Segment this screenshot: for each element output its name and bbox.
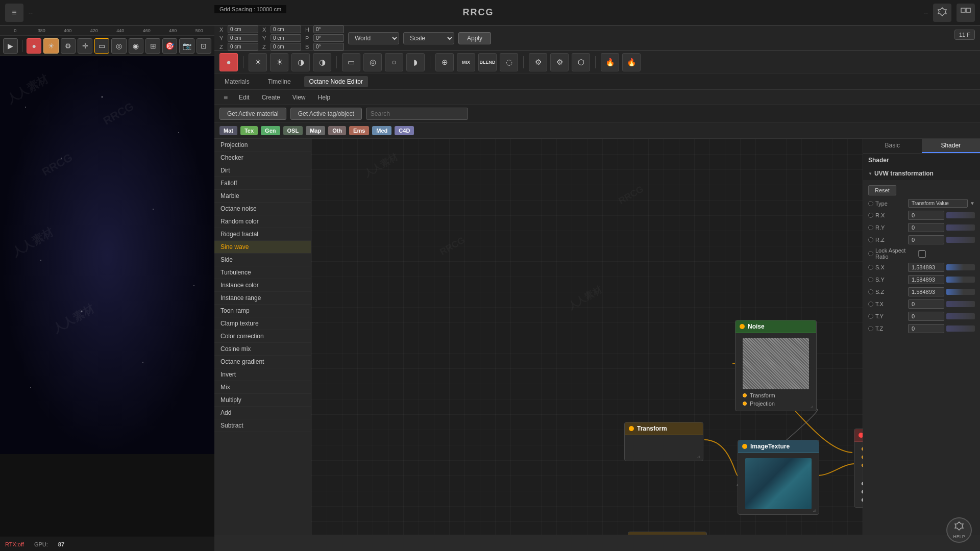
scale-dropdown[interactable]: Scale Move Rotate [403,32,454,44]
node-noise[interactable]: Noise Transform Projection ⊿ [735,320,817,411]
shader-multiply[interactable]: Multiply [214,394,311,407]
shader-falloff[interactable]: Falloff [214,177,311,190]
tab-materials[interactable]: Materials [219,76,255,87]
type-radio[interactable] [868,201,873,206]
shader-toon-ramp[interactable]: Toon ramp [214,305,311,317]
ry-input[interactable] [908,223,944,232]
camera-btn[interactable]: 📷 [179,38,194,54]
type-arrow[interactable]: ▼ [970,201,975,206]
shader-cosine-mix[interactable]: Cosine mix [214,343,311,356]
menu-create[interactable]: Create [257,92,285,103]
shader-instance-range[interactable]: Instance range [214,292,311,305]
blend-label-icon[interactable]: BLEND [478,53,497,71]
rx-input[interactable] [908,211,944,220]
tz-radio[interactable] [868,326,873,331]
filter-mat[interactable]: Mat [219,126,237,135]
shader-marble[interactable]: Marble [214,190,311,203]
y-input-left[interactable] [228,34,258,42]
z-input-right[interactable] [271,43,301,51]
shader-mix[interactable]: Mix [214,381,311,394]
blend-icon[interactable]: ⊕ [435,53,454,71]
image-texture-resize[interactable]: ⊿ [813,508,818,513]
rz-radio[interactable] [868,237,873,242]
apply-button[interactable]: Apply [458,32,491,44]
reset-button[interactable]: Reset [868,185,896,195]
filter-map[interactable]: Map [306,126,325,135]
shader-add[interactable]: Add [214,407,311,419]
material-icon[interactable]: ● [219,53,238,71]
node-editor[interactable]: 人人素材 RRCG 人人素材 RRCG Noise [311,139,863,535]
shader-instance-color[interactable]: Instance color [214,279,311,292]
node-transform2[interactable]: Transform ⊿ [628,532,707,535]
filter-osl[interactable]: OSL [283,126,303,135]
search-input[interactable] [366,108,468,120]
sz-radio[interactable] [868,289,873,294]
top-icon-1[interactable] [933,4,951,22]
get-active-tag-btn[interactable]: Get Active tag/object [290,108,362,120]
ty-radio[interactable] [868,314,873,319]
h-input[interactable] [313,26,344,33]
tx-input[interactable] [908,299,944,309]
menu-edit[interactable]: Edit [234,92,255,103]
node-mix-texture[interactable]: MixTexture Amount Texture1 Texture2 [854,429,863,508]
shader-side[interactable]: Side [214,254,311,266]
tz-input[interactable] [908,324,944,333]
snap-btn[interactable]: 🎯 [162,38,177,54]
transform1-resize[interactable]: ⊿ [697,455,702,460]
node-transform1[interactable]: Transform ⊿ [624,422,703,461]
x-input-right[interactable] [271,26,301,33]
shader-dirt[interactable]: Dirt [214,164,311,177]
tab-octane-node-editor[interactable]: Octane Node Editor [304,76,368,87]
menu-help[interactable]: Help [313,92,336,103]
shader-invert[interactable]: Invert [214,368,311,381]
layers-btn[interactable]: ⊡ [197,38,211,54]
help-button[interactable]: HELP [946,517,972,535]
shader-checker[interactable]: Checker [214,152,311,164]
ry-radio[interactable] [868,225,873,230]
rx-radio[interactable] [868,213,873,218]
menu-view[interactable]: View [287,92,311,103]
shader-clamp-texture[interactable]: Clamp texture [214,317,311,330]
lock-aspect-checkbox[interactable] [919,251,926,258]
fire-icon-2[interactable]: 🔥 [622,53,641,71]
b-input[interactable] [313,43,344,51]
shader-sine-wave[interactable]: Sine wave [214,241,311,254]
hex-icon[interactable]: ⬡ [572,53,590,71]
shader-subtract[interactable]: Subtract [214,419,311,432]
filter-gen[interactable]: Gen [261,126,280,135]
half-sphere-icon[interactable]: ◗ [406,53,425,71]
grid-btn[interactable]: ⊞ [145,38,160,54]
move-btn[interactable]: ✛ [78,38,92,54]
lock-radio[interactable] [868,251,873,256]
right-tab-basic[interactable]: Basic [863,139,922,153]
sz-input[interactable] [908,287,944,296]
right-tab-shader[interactable]: Shader [922,139,981,153]
world-dropdown[interactable]: World Object Local [348,32,399,44]
select-btn[interactable]: ▭ [94,38,109,54]
gear-small-icon[interactable]: ⚙ [529,53,547,71]
node-image-texture[interactable]: ImageTexture ⊿ [738,440,819,515]
filter-oth[interactable]: Oth [328,126,346,135]
half-circle-2-icon[interactable]: ◑ [313,53,331,71]
filter-tex[interactable]: Tex [240,126,258,135]
tx-radio[interactable] [868,302,873,307]
settings-btn[interactable]: ⚙ [61,38,76,54]
fire-icon-1[interactable]: 🔥 [601,53,619,71]
shader-octane-gradient[interactable]: Octane gradient [214,356,311,368]
tab-timeline[interactable]: Timeline [263,76,296,87]
transform-btn[interactable]: ☀ [43,38,58,54]
frame-indicator[interactable]: 11 F [954,30,975,40]
filter-c4d[interactable]: C4D [395,126,414,135]
z-input-left[interactable] [228,43,258,51]
hamburger-icon[interactable]: ≡ [219,91,232,104]
sun-icon-1[interactable]: ☀ [249,53,267,71]
shader-ridged-fractal[interactable]: Ridged fractal [214,228,311,241]
shader-turbulence[interactable]: Turbulence [214,266,311,279]
get-active-material-btn[interactable]: Get Active material [219,108,286,120]
sy-input[interactable] [908,275,944,284]
sx-input[interactable] [908,263,944,272]
shader-color-correction[interactable]: Color correction [214,330,311,343]
menu-icon[interactable]: ≡ [5,4,23,22]
mix-icon[interactable]: MIX [457,53,475,71]
rect-icon[interactable]: ▭ [342,53,360,71]
